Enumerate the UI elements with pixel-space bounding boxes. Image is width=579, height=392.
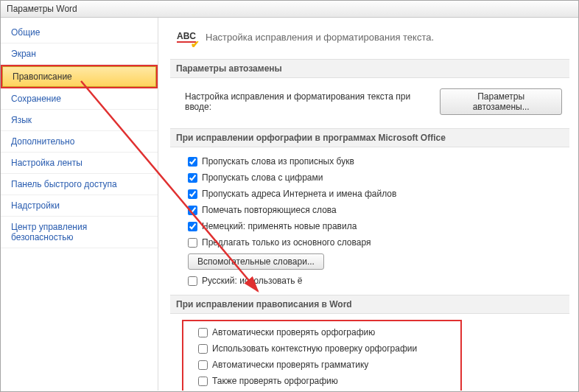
section-word-title: При исправлении правописания в Word <box>170 295 569 314</box>
checkbox-also-spell[interactable]: Также проверять орфографию <box>185 373 459 389</box>
spellcheck-icon: ABC ✔ <box>175 25 198 49</box>
window-body: Общие Экран Правописание Сохранение Язык… <box>1 18 578 391</box>
sidebar: Общие Экран Правописание Сохранение Язык… <box>1 18 158 391</box>
word-options-window: Параметры Word Общие Экран Правописание … <box>0 0 579 392</box>
checkbox-yo-input[interactable] <box>188 276 197 286</box>
checkbox-maindict-label: Предлагать только из основного словаря <box>202 236 371 249</box>
content-pane: ABC ✔ Настройка исправления и форматиров… <box>158 18 578 391</box>
checkbox-maindict-input[interactable] <box>188 238 197 248</box>
page-subtitle: Настройка исправления и форматирования т… <box>206 32 434 43</box>
checkbox-words-numbers[interactable]: Пропускать слова с цифрами <box>175 169 565 186</box>
autocorrect-row: Настройка исправления и форматирования т… <box>175 84 565 122</box>
sidebar-item-qat[interactable]: Панель быстрого доступа <box>1 174 158 195</box>
checkbox-uppercase-label: Пропускать слова из прописных букв <box>202 155 354 168</box>
autocorrect-options-button[interactable]: Параметры автозамены... <box>440 88 562 115</box>
checkbox-internet-label: Пропускать адреса Интернета и имена файл… <box>202 187 396 200</box>
sidebar-item-display[interactable]: Экран <box>1 43 158 65</box>
checkbox-contextual-spell[interactable]: Использовать контекстную проверку орфогр… <box>185 340 459 357</box>
section-autocorrect-title: Параметры автозамены <box>170 59 569 78</box>
highlighted-checkboxes: Автоматически проверять орфографию Испол… <box>182 320 462 391</box>
checkbox-uppercase-input[interactable] <box>188 157 197 167</box>
checkbox-alsospell-label: Также проверять орфографию <box>212 374 338 388</box>
checkbox-autogrammar-label: Автоматически проверять грамматику <box>212 358 368 371</box>
checkbox-autogrammar-input[interactable] <box>198 360 208 370</box>
sidebar-item-trust[interactable]: Центр управления безопасностью <box>1 217 158 248</box>
checkbox-repeated-words[interactable]: Помечать повторяющиеся слова <box>175 202 565 218</box>
checkbox-german-input[interactable] <box>188 222 197 231</box>
checkbox-context-input[interactable] <box>198 344 208 354</box>
checkbox-internet-filenames[interactable]: Пропускать адреса Интернета и имена файл… <box>175 186 565 202</box>
checkbox-main-dict-only[interactable]: Предлагать только из основного словаря <box>175 234 565 251</box>
sidebar-item-general[interactable]: Общие <box>1 22 158 43</box>
sidebar-item-advanced[interactable]: Дополнительно <box>1 131 158 153</box>
checkbox-numbers-input[interactable] <box>188 173 197 183</box>
checkbox-repeated-input[interactable] <box>188 206 197 215</box>
checkbox-autospell-label: Автоматически проверять орфографию <box>212 326 375 339</box>
autocorrect-desc: Настройка исправления и форматирования т… <box>185 91 431 112</box>
checkbox-repeated-label: Помечать повторяющиеся слова <box>202 203 337 217</box>
checkbox-auto-spell[interactable]: Автоматически проверять орфографию <box>185 324 459 340</box>
sidebar-item-proofing[interactable]: Правописание <box>1 65 158 88</box>
checkbox-context-label: Использовать контекстную проверку орфогр… <box>212 342 417 355</box>
window-title: Параметры Word <box>1 1 578 18</box>
checkbox-alsospell-input[interactable] <box>198 377 208 386</box>
checkbox-uppercase-words[interactable]: Пропускать слова из прописных букв <box>175 153 565 169</box>
checkbox-auto-grammar[interactable]: Автоматически проверять грамматику <box>185 357 459 373</box>
checkbox-yo-label: Русский: использовать ё <box>202 274 303 287</box>
sidebar-item-ribbon[interactable]: Настройка ленты <box>1 153 158 174</box>
checkbox-russian-yo[interactable]: Русский: использовать ё <box>175 273 565 289</box>
checkbox-german-label: Немецкий: применять новые правила <box>202 220 357 233</box>
page-header: ABC ✔ Настройка исправления и форматиров… <box>175 25 565 49</box>
checkbox-internet-input[interactable] <box>188 189 197 199</box>
sidebar-item-addins[interactable]: Надстройки <box>1 195 158 217</box>
checkbox-autospell-input[interactable] <box>198 328 208 337</box>
sidebar-item-language[interactable]: Язык <box>1 110 158 131</box>
sidebar-item-save[interactable]: Сохранение <box>1 88 158 110</box>
checkbox-german-rules[interactable]: Немецкий: применять новые правила <box>175 218 565 234</box>
custom-dictionaries-button[interactable]: Вспомогательные словари... <box>188 253 324 270</box>
checkbox-numbers-label: Пропускать слова с цифрами <box>202 171 323 184</box>
section-office-title: При исправлении орфографии в программах … <box>170 128 569 147</box>
